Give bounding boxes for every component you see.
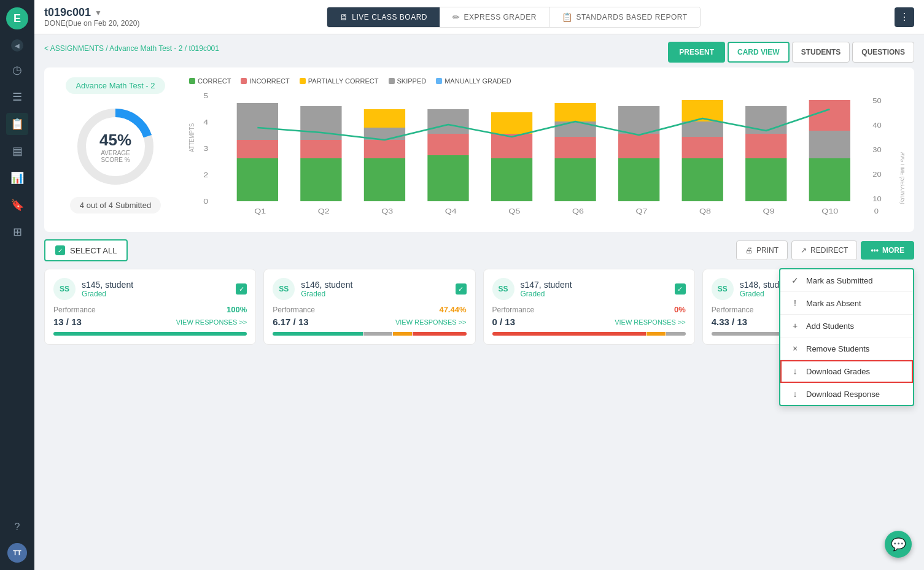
card-checkbox-s147[interactable]: ✓ xyxy=(675,283,686,295)
user-avatar[interactable]: TT xyxy=(7,543,27,563)
dropdown-mark-submitted[interactable]: ✓ Mark as Submitted xyxy=(780,269,913,292)
sidebar-icon-chart[interactable]: 📊 xyxy=(6,167,28,189)
svg-rect-34 xyxy=(682,158,723,201)
svg-rect-8 xyxy=(237,103,278,140)
performance-row-s145: Performance 100% xyxy=(53,305,247,314)
tab-standards-based-report[interactable]: 📋 STANDARDS BASED REPORT xyxy=(549,7,700,27)
view-responses-s147[interactable]: VIEW RESPONSES >> xyxy=(615,318,686,326)
svg-rect-12 xyxy=(300,140,341,158)
card-header-s145: SS s145, student Graded ✓ xyxy=(53,278,247,300)
questions-button[interactable]: QUESTIONS xyxy=(852,42,914,63)
pb-red-s146 xyxy=(413,332,466,336)
svg-rect-28 xyxy=(618,106,659,134)
sidebar-icon-clipboard[interactable]: 📋 xyxy=(6,113,28,135)
print-button[interactable]: 🖨 PRINT xyxy=(736,241,788,260)
bar-chart-svg: 5 4 3 2 0 ATTEMPTS xyxy=(189,91,904,220)
svg-rect-26 xyxy=(554,137,596,158)
svg-text:Q5: Q5 xyxy=(508,207,520,215)
dropdown-mark-absent[interactable]: ! Mark as Absent xyxy=(780,292,913,315)
sidebar-icon-layers[interactable]: ⊞ xyxy=(6,221,28,243)
svg-text:4: 4 xyxy=(203,118,208,126)
sidebar-icon-question[interactable]: ? xyxy=(6,516,28,538)
sidebar-icon-menu[interactable]: ☰ xyxy=(6,86,28,108)
toolbar: ✓ SELECT ALL 🖨 PRINT ↗ REDIRECT ••• MORE xyxy=(44,239,914,261)
assignment-status: DONE(Due on Feb 20, 2020) xyxy=(44,19,139,28)
chart-section: Advance Math Test - 2 45% AVERAGE SCORE … xyxy=(44,67,914,232)
card-info-s146: s146, student Graded xyxy=(301,280,449,298)
student-card-s146: SS s146, student Graded ✓ Performance 47… xyxy=(263,269,475,345)
svg-text:Q4: Q4 xyxy=(445,207,457,215)
tab-express-grader[interactable]: ✏ EXPRESS GRADER xyxy=(440,7,549,27)
svg-rect-37 xyxy=(745,158,786,201)
legend-correct: CORRECT xyxy=(189,77,231,85)
more-button[interactable]: ••• MORE xyxy=(861,241,914,260)
mark-submitted-label: Mark as Submitted xyxy=(806,276,872,285)
more-options-button[interactable]: ⋮ xyxy=(895,7,914,27)
chart-title: Advance Math Test - 2 xyxy=(66,77,165,94)
students-button[interactable]: STUDENTS xyxy=(792,42,850,63)
svg-rect-38 xyxy=(809,100,850,131)
chat-bubble[interactable]: 💬 xyxy=(885,531,912,558)
tab-live-class-board[interactable]: 🖥 LIVE CLASS BOARD xyxy=(327,7,440,27)
svg-rect-9 xyxy=(237,140,278,158)
present-button[interactable]: PRESENT xyxy=(668,42,725,63)
print-icon: 🖨 xyxy=(745,246,753,255)
svg-rect-20 xyxy=(427,155,468,201)
sidebar-icon-bookmark[interactable]: 🔖 xyxy=(6,194,28,216)
svg-text:10: 10 xyxy=(872,196,881,202)
remove-students-label: Remove Students xyxy=(806,344,869,353)
dropdown-chevron-icon[interactable]: ▼ xyxy=(95,9,102,17)
select-all-container[interactable]: ✓ SELECT ALL xyxy=(44,239,128,261)
main-content: t019c001 ▼ DONE(Due on Feb 20, 2020) 🖥 L… xyxy=(34,0,924,570)
app-logo[interactable]: E xyxy=(6,7,28,29)
add-students-label: Add Students xyxy=(806,322,854,331)
dropdown-download-grades[interactable]: ↓ Download Grades xyxy=(780,360,913,383)
card-view-button[interactable]: CARD VIEW xyxy=(728,42,790,63)
card-info-s147: s147, student Graded xyxy=(521,280,669,298)
dropdown-add-students[interactable]: + Add Students xyxy=(780,315,913,337)
manual-dot xyxy=(436,78,442,84)
score-row-s145: 13 / 13 VIEW RESPONSES >> xyxy=(53,317,247,327)
sidebar-icon-clock[interactable]: ◷ xyxy=(6,59,28,81)
legend-skipped: SKIPPED xyxy=(389,77,427,85)
svg-rect-21 xyxy=(491,112,532,134)
main-tabs: 🖥 LIVE CLASS BOARD ✏ EXPRESS GRADER 📋 ST… xyxy=(327,7,701,28)
avatar-s146: SS xyxy=(273,278,295,300)
student-status-s147: Graded xyxy=(521,290,669,298)
average-score-label: AVERAGE SCORE % xyxy=(94,150,137,163)
breadcrumb[interactable]: < ASSIGNMENTS / Advance Math Test - 2 / … xyxy=(44,44,219,53)
svg-rect-29 xyxy=(618,134,659,158)
svg-rect-10 xyxy=(237,158,278,201)
svg-text:30: 30 xyxy=(872,147,881,153)
select-all-label: SELECT ALL xyxy=(70,246,117,255)
svg-rect-33 xyxy=(682,137,723,158)
dropdown-download-response[interactable]: ↓ Download Response xyxy=(780,383,913,405)
dropdown-remove-students[interactable]: × Remove Students xyxy=(780,337,913,360)
redirect-button[interactable]: ↗ REDIRECT xyxy=(791,241,857,260)
view-responses-s145[interactable]: VIEW RESPONSES >> xyxy=(176,318,247,326)
card-checkbox-s145[interactable]: ✓ xyxy=(236,283,247,295)
svg-rect-24 xyxy=(554,103,596,121)
more-dropdown-container: ••• MORE ✓ Mark as Submitted ! Mark as A… xyxy=(861,241,914,260)
svg-text:0: 0 xyxy=(203,198,208,206)
average-score-value: 45% xyxy=(94,131,137,150)
select-all-checkbox[interactable]: ✓ xyxy=(55,245,65,255)
card-checkbox-s146[interactable]: ✓ xyxy=(456,283,467,295)
sidebar-icon-list[interactable]: ▤ xyxy=(6,140,28,162)
view-responses-s146[interactable]: VIEW RESPONSES >> xyxy=(395,318,467,326)
pb-green-s146 xyxy=(273,332,363,336)
svg-rect-40 xyxy=(809,158,850,201)
svg-text:Q2: Q2 xyxy=(318,207,330,215)
svg-text:3: 3 xyxy=(203,145,208,153)
donut-chart: 45% AVERAGE SCORE % xyxy=(72,104,158,190)
checkmark-icon: ✓ xyxy=(790,275,800,285)
perf-value-s145: 100% xyxy=(227,305,247,314)
student-name-s146: s146, student xyxy=(301,280,449,290)
student-status-s146: Graded xyxy=(301,290,449,298)
collapse-button[interactable]: ◀ xyxy=(11,39,23,52)
nav-bar: < ASSIGNMENTS / Advance Math Test - 2 / … xyxy=(44,42,914,63)
pb-yellow-s147 xyxy=(646,332,666,336)
assignment-title-area: t019c001 ▼ DONE(Due on Feb 20, 2020) xyxy=(44,6,139,28)
partial-dot xyxy=(300,78,306,84)
svg-rect-39 xyxy=(809,131,850,158)
